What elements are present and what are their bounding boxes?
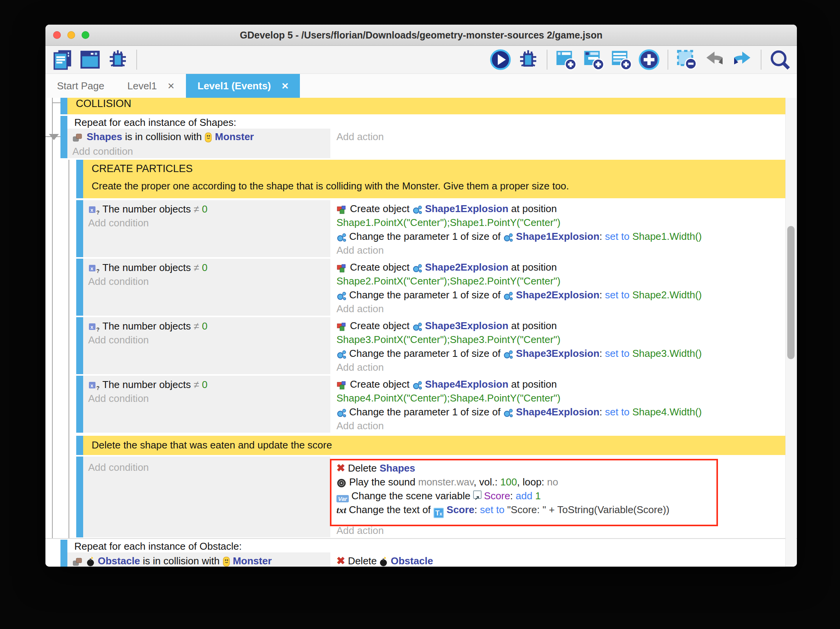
collision-icon	[72, 557, 84, 567]
comment-delete-score[interactable]: Delete the shape that was eaten and upda…	[76, 436, 785, 455]
action-change-text[interactable]: txtChange the text of TxScore: set to "S…	[331, 503, 785, 518]
condition-object-count[interactable]: x ? The number objects ≠ 0	[83, 376, 330, 391]
action-play-sound[interactable]: Play the sound monster.wav, vol.: 100, l…	[331, 475, 785, 489]
event-shape2[interactable]: x ? The number objects ≠ 0 Add condition…	[76, 259, 785, 316]
add-condition-link[interactable]: Add condition	[83, 333, 330, 347]
add-condition-link[interactable]: Add condition	[67, 144, 330, 158]
close-tab-icon[interactable]: ×	[167, 80, 174, 92]
undo-button[interactable]	[704, 49, 725, 70]
action-change-size[interactable]: Change the parameter 1 of size of Shape4…	[331, 405, 785, 419]
add-action-link[interactable]: Add action	[331, 302, 785, 316]
add-action-link[interactable]: Add action	[331, 524, 785, 537]
condition-collision[interactable]: Obstacle is in collision with Monster	[67, 552, 330, 567]
actions-cell[interactable]: Create object Shape2Explosion at positio…	[331, 259, 785, 316]
create-object-icon	[336, 205, 347, 215]
condition-object-count[interactable]: x ? The number objects ≠ 0	[83, 317, 330, 333]
action-text: at position	[509, 320, 557, 331]
condition-text: The number objects	[102, 203, 194, 215]
zoom-window-button[interactable]	[82, 31, 89, 39]
object-name: Shapes	[87, 131, 122, 142]
add-action-link[interactable]: Add action	[331, 243, 785, 257]
action-delete-obstacle[interactable]: ✖Delete Obstacle	[331, 552, 785, 567]
add-action-link[interactable]: Add action	[331, 360, 785, 374]
debugger-icon[interactable]	[107, 49, 129, 70]
conditions-cell[interactable]: Obstacle is in collision with Monster	[67, 552, 331, 567]
action-create-object[interactable]: Create object Shape1Explosion at positio…	[331, 200, 785, 216]
actions-cell[interactable]: Create object Shape1Explosion at positio…	[331, 200, 785, 257]
event-shape4[interactable]: x ? The number objects ≠ 0 Add condition…	[76, 376, 785, 433]
event-color-bar	[76, 317, 83, 374]
toolbar-separator	[761, 50, 761, 70]
comment-collision[interactable]: COLLISION	[60, 98, 785, 114]
add-condition-link[interactable]: Add condition	[83, 391, 330, 405]
condition-collision[interactable]: Shapes is in collision with Monster	[67, 129, 330, 144]
actions-cell[interactable]: Create object Shape3Explosion at positio…	[331, 317, 785, 374]
conditions-cell[interactable]: Add condition	[83, 457, 331, 537]
object-count-icon: x ?	[88, 264, 100, 274]
titlebar[interactable]: GDevelop 5 - /Users/florian/Downloads/ge…	[45, 25, 797, 46]
actions-cell[interactable]: ✖Delete Shapes Play the sound monster.wa…	[331, 457, 785, 537]
tab-level1[interactable]: Level1 ×	[116, 74, 186, 98]
event-repeat-obstacle[interactable]: Repeat for each instance of Obstacle: Ob…	[60, 540, 785, 567]
project-manager-icon[interactable]	[52, 49, 73, 70]
add-comment-button[interactable]	[611, 49, 632, 70]
collapse-event-triangle[interactable]	[49, 134, 59, 140]
action-expression[interactable]: Shape4.PointX("Center");Shape4.PointY("C…	[331, 391, 785, 405]
conditions-cell[interactable]: x ? The number objects ≠ 0 Add condition	[83, 259, 331, 316]
conditions-cell[interactable]: x ? The number objects ≠ 0 Add condition	[83, 200, 331, 257]
close-tab-icon[interactable]: ×	[282, 80, 289, 92]
comment-create-particles[interactable]: CREATE PARTICLES Create the proper one a…	[76, 160, 785, 198]
redo-button[interactable]	[731, 49, 753, 70]
add-condition-link[interactable]: Add condition	[83, 457, 330, 474]
action-expression[interactable]: Shape1.PointX("Center");Shape1.PointY("C…	[331, 216, 785, 229]
condition-text: is in collision with	[140, 555, 223, 567]
action-change-size[interactable]: Change the parameter 1 of size of Shape2…	[331, 288, 785, 302]
action-create-object[interactable]: Create object Shape3Explosion at positio…	[331, 317, 785, 333]
condition-object-count[interactable]: x ? The number objects ≠ 0	[83, 200, 330, 216]
actions-cell[interactable]: ✖Delete Obstacle	[331, 552, 785, 567]
action-change-size[interactable]: Change the parameter 1 of size of Shape1…	[331, 229, 785, 243]
event-score[interactable]: Add condition ✖Delete Shapes Play the so…	[76, 457, 785, 537]
event-color-bar	[76, 376, 83, 433]
event-repeat-shapes[interactable]: Repeat for each instance of Shapes: Shap…	[60, 116, 785, 158]
add-sub-event-button[interactable]	[583, 49, 604, 70]
remove-selection-button[interactable]	[676, 49, 698, 70]
action-delete-shapes[interactable]: ✖Delete Shapes	[331, 457, 785, 475]
search-button[interactable]	[769, 49, 791, 70]
traffic-lights	[53, 31, 89, 39]
actions-cell[interactable]: Create object Shape4Explosion at positio…	[331, 376, 785, 433]
scrollbar-thumb[interactable]	[787, 226, 795, 359]
add-condition-link[interactable]: Add condition	[83, 274, 330, 288]
action-create-object[interactable]: Create object Shape2Explosion at positio…	[331, 259, 785, 274]
event-shape3[interactable]: x ? The number objects ≠ 0 Add condition…	[76, 317, 785, 374]
action-create-object[interactable]: Create object Shape4Explosion at positio…	[331, 376, 785, 391]
add-condition-link[interactable]: Add condition	[83, 216, 330, 230]
action-expression[interactable]: Shape2.PointX("Center");Shape2.PointY("C…	[331, 274, 785, 288]
play-button[interactable]	[490, 49, 511, 70]
conditions-cell[interactable]: x ? The number objects ≠ 0 Add condition	[83, 317, 331, 374]
add-event-button[interactable]	[555, 49, 577, 70]
object-name: Shape2Explosion	[516, 289, 599, 301]
conditions-cell[interactable]: x ? The number objects ≠ 0 Add condition	[83, 376, 331, 433]
event-color-bar	[76, 457, 83, 537]
add-action-link[interactable]: Add action	[331, 419, 785, 433]
event-color-bar	[76, 200, 83, 257]
particle-emitter-icon	[412, 322, 422, 332]
add-action-link[interactable]: Add action	[331, 129, 785, 144]
tab-level1-events[interactable]: Level1 (Events) ×	[186, 74, 300, 98]
tab-start-page[interactable]: Start Page	[45, 74, 116, 98]
object-name: Shape4Explosion	[516, 406, 599, 418]
debug-button[interactable]	[517, 49, 539, 70]
action-expression[interactable]: Shape3.PointX("Center");Shape3.PointY("C…	[331, 333, 785, 346]
close-window-button[interactable]	[53, 31, 61, 39]
scene-editor-icon[interactable]	[79, 49, 101, 70]
event-shape1[interactable]: x ? The number objects ≠ 0 Add condition…	[76, 200, 785, 257]
add-button[interactable]	[638, 49, 660, 70]
minimize-window-button[interactable]	[67, 31, 75, 39]
conditions-cell[interactable]: Shapes is in collision with Monster Add …	[67, 129, 331, 158]
condition-object-count[interactable]: x ? The number objects ≠ 0	[83, 259, 330, 274]
action-change-variable[interactable]: VarChange the scene variable Score: add …	[331, 489, 785, 503]
actions-cell[interactable]: Add action	[331, 129, 785, 158]
object-name: Shape3Explosion	[425, 320, 509, 331]
action-change-size[interactable]: Change the parameter 1 of size of Shape3…	[331, 346, 785, 360]
